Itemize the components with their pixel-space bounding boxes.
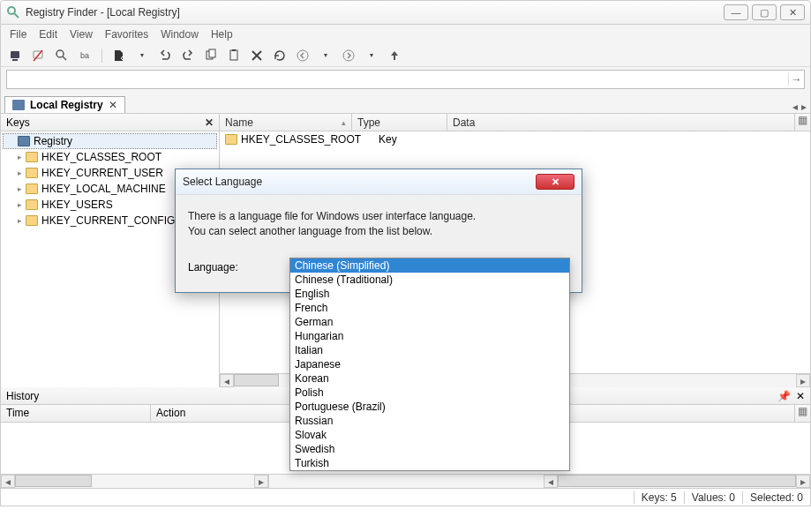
col-name[interactable]: Name▴: [220, 114, 352, 131]
language-option[interactable]: Russian: [290, 414, 569, 428]
folder-icon: [26, 199, 38, 210]
menu-edit[interactable]: Edit: [39, 28, 57, 41]
language-option[interactable]: Polish: [290, 386, 569, 400]
tab-scroll-left-icon[interactable]: ◂: [792, 101, 798, 113]
back-icon[interactable]: [295, 48, 311, 64]
menu-favorites[interactable]: Favorites: [105, 28, 148, 41]
dropdown-icon[interactable]: ▾: [134, 48, 150, 64]
connect-icon[interactable]: [8, 48, 24, 64]
language-option[interactable]: Chinese (Traditional): [290, 273, 569, 287]
svg-rect-16: [12, 100, 25, 110]
search-icon[interactable]: [54, 48, 70, 64]
language-option[interactable]: Swedish: [290, 442, 569, 456]
export-icon[interactable]: [111, 48, 127, 64]
back-dropdown-icon[interactable]: ▾: [318, 48, 334, 64]
svg-rect-11: [232, 49, 236, 51]
language-option[interactable]: French: [290, 301, 569, 315]
tree-expand-icon[interactable]: ▸: [15, 169, 24, 177]
folder-icon: [26, 152, 38, 162]
history-hscrollbar[interactable]: ◂ ▸ ◂ ▸: [1, 474, 810, 488]
history-close-icon[interactable]: ✕: [796, 390, 805, 402]
language-option[interactable]: Italian: [290, 343, 569, 357]
tree-item-label: HKEY_LOCAL_MACHINE: [41, 183, 166, 195]
tree-expand-icon[interactable]: ▸: [15, 184, 24, 193]
tab-local-registry[interactable]: Local Registry ✕: [4, 96, 125, 113]
svg-point-15: [343, 50, 354, 61]
redo-icon[interactable]: [180, 48, 196, 64]
tab-scroll-right-icon[interactable]: ▸: [801, 101, 807, 113]
folder-icon: [26, 168, 38, 178]
menu-view[interactable]: View: [70, 28, 93, 41]
dialog-titlebar[interactable]: Select Language ✕: [176, 169, 582, 194]
scroll-right-icon[interactable]: ▸: [254, 475, 268, 488]
scroll-thumb[interactable]: [15, 475, 92, 487]
hcol-time[interactable]: Time: [1, 405, 151, 422]
dialog-close-button[interactable]: ✕: [536, 174, 574, 190]
list-header: Name▴ Type Data ▦: [220, 114, 810, 131]
language-option[interactable]: Slovak: [290, 428, 569, 442]
forward-icon[interactable]: [341, 48, 357, 64]
col-type[interactable]: Type: [352, 114, 447, 131]
tab-close-icon[interactable]: ✕: [109, 99, 117, 111]
scroll-thumb[interactable]: [558, 475, 797, 487]
tree-item-label: HKEY_CLASSES_ROOT: [41, 151, 161, 163]
language-option[interactable]: Chinese (Simplified): [290, 259, 569, 273]
disconnect-icon[interactable]: [31, 48, 47, 64]
status-selected: Selected: 0: [742, 491, 803, 504]
tree-expand-icon[interactable]: ▸: [15, 216, 24, 225]
tree-expand-icon[interactable]: ▸: [15, 153, 24, 161]
menu-window[interactable]: Window: [161, 28, 199, 41]
folder-icon: [26, 215, 38, 226]
list-row[interactable]: HKEY_CLASSES_ROOT Key: [220, 131, 810, 147]
scroll-left-icon[interactable]: ◂: [1, 475, 15, 488]
scroll-right-icon[interactable]: ▸: [796, 475, 810, 488]
copy-icon[interactable]: [203, 48, 219, 64]
status-bar: Keys: 5 Values: 0 Selected: 0: [0, 489, 811, 506]
tree-expand-icon[interactable]: ▸: [15, 200, 24, 209]
address-bar-wrap: →: [0, 67, 811, 94]
language-option[interactable]: Korean: [290, 371, 569, 386]
tab-label: Local Registry: [30, 99, 103, 111]
language-dropdown-list[interactable]: Chinese (Simplified) Chinese (Traditiona…: [289, 258, 570, 471]
go-icon[interactable]: →: [788, 73, 804, 86]
close-button[interactable]: ✕: [780, 4, 805, 20]
scroll-right-icon[interactable]: ▸: [796, 374, 810, 387]
language-option[interactable]: German: [290, 315, 569, 329]
language-option[interactable]: Japanese: [290, 357, 569, 371]
tree-item-label: HKEY_CURRENT_CONFIG: [41, 214, 175, 227]
scroll-thumb[interactable]: [234, 374, 279, 386]
language-option[interactable]: Portuguese (Brazil): [290, 400, 569, 414]
registry-root-icon: [18, 136, 30, 146]
replace-icon[interactable]: ba: [77, 48, 93, 64]
refresh-icon[interactable]: [272, 48, 288, 64]
col-data[interactable]: Data: [447, 114, 794, 131]
address-bar[interactable]: →: [6, 70, 805, 89]
delete-icon[interactable]: [249, 48, 265, 64]
pin-icon[interactable]: 📌: [777, 390, 791, 402]
language-option[interactable]: English: [290, 287, 569, 301]
sort-asc-icon: ▴: [342, 118, 346, 127]
grid-options-icon[interactable]: ▦: [794, 114, 810, 131]
language-option[interactable]: Turkish: [290, 456, 569, 470]
svg-line-1: [14, 13, 19, 18]
tree-item[interactable]: ▸HKEY_CLASSES_ROOT: [1, 149, 219, 165]
grid-options-icon[interactable]: ▦: [794, 405, 810, 422]
dialog-title: Select Language: [183, 176, 536, 188]
menu-help[interactable]: Help: [211, 28, 233, 41]
forward-dropdown-icon[interactable]: ▾: [364, 48, 379, 64]
scroll-left-icon[interactable]: ◂: [220, 374, 234, 387]
app-icon: [6, 5, 20, 19]
tree-root[interactable]: Registry: [3, 133, 217, 149]
dialog-text-1: There is a language file for Windows use…: [188, 209, 569, 224]
scroll-left-icon[interactable]: ◂: [544, 475, 558, 488]
maximize-button[interactable]: ▢: [752, 4, 777, 20]
hcol-data[interactable]: ata: [550, 405, 794, 422]
up-icon[interactable]: [387, 48, 402, 64]
svg-rect-9: [209, 49, 215, 57]
menu-file[interactable]: File: [10, 28, 26, 41]
undo-icon[interactable]: [157, 48, 173, 64]
paste-icon[interactable]: [226, 48, 242, 64]
minimize-button[interactable]: —: [724, 4, 748, 20]
language-option[interactable]: Hungarian: [290, 329, 569, 343]
keys-panel-close-icon[interactable]: ✕: [205, 116, 214, 129]
